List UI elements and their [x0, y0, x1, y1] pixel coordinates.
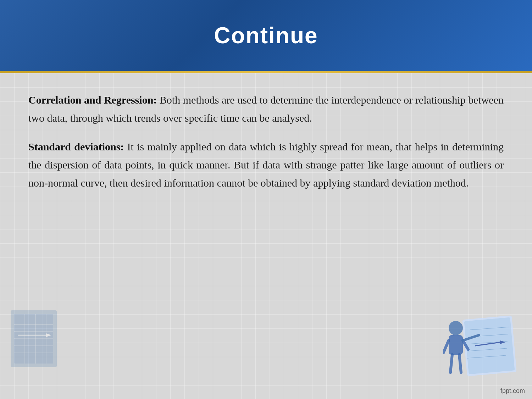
- correlation-label: Correlation and Regression:: [28, 94, 157, 106]
- svg-line-23: [443, 340, 449, 353]
- standard-dev-label: Standard deviations:: [28, 141, 124, 153]
- content-area: Correlation and Regression: Both methods…: [0, 73, 532, 399]
- figure-decoration: [443, 310, 521, 381]
- svg-rect-13: [464, 317, 515, 375]
- page-title: Continue: [214, 22, 318, 49]
- svg-line-25: [450, 355, 452, 372]
- svg-rect-22: [449, 335, 463, 355]
- header: Continue: [0, 0, 532, 71]
- svg-point-21: [449, 321, 463, 335]
- footer-text: fppt.com: [500, 387, 525, 395]
- paragraph-correlation: Correlation and Regression: Both methods…: [28, 91, 504, 127]
- blueprint-decoration: [4, 307, 67, 378]
- paragraph-standard-dev: Standard deviations: It is mainly applie…: [28, 138, 504, 192]
- svg-line-26: [459, 355, 461, 372]
